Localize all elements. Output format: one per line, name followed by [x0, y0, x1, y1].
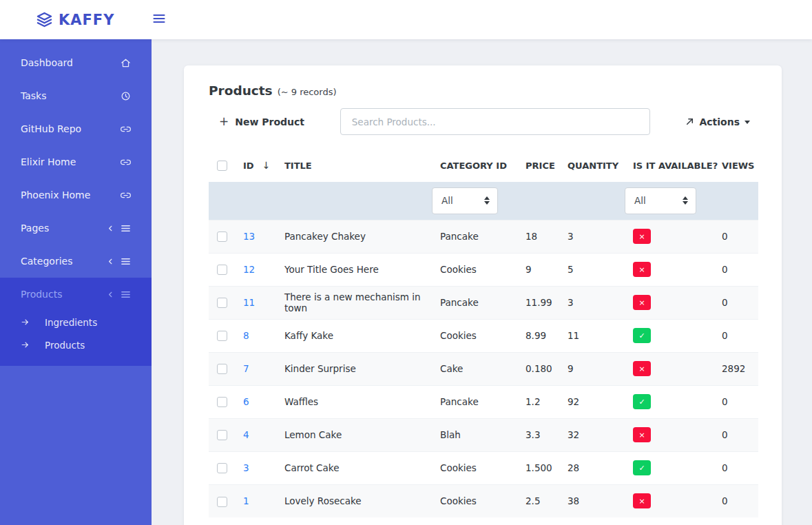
cell-category: Pancake — [440, 231, 479, 242]
select-all-checkbox[interactable] — [217, 161, 227, 171]
sidebar-item-dashboard[interactable]: Dashboard — [0, 46, 152, 79]
column-header-price[interactable]: PRICE — [517, 152, 559, 182]
cell-quantity: 92 — [568, 396, 579, 407]
row-checkbox[interactable] — [217, 364, 227, 374]
cell-price: 8.99 — [525, 330, 546, 341]
sidebar-item-label: Elixir Home — [21, 156, 76, 167]
row-checkbox[interactable] — [217, 430, 227, 440]
new-product-button[interactable]: + New Product — [209, 116, 304, 127]
table-row: 13Pancakey ChakeyPancake183×0 — [209, 220, 758, 253]
column-header-quantity[interactable]: QUANTITY — [559, 152, 625, 182]
sidebar-item-icons — [121, 157, 131, 167]
available-badge: ✓ — [633, 460, 651, 475]
available-filter-value: All — [634, 195, 646, 206]
row-checkbox[interactable] — [217, 265, 227, 275]
row-checkbox[interactable] — [217, 231, 227, 242]
list-icon — [121, 256, 131, 267]
sidebar-toggle-button[interactable] — [152, 12, 166, 28]
cell-views: 0 — [722, 495, 728, 506]
sidebar-item-phoenix-home[interactable]: Phoenix Home — [0, 178, 152, 212]
table-row: 1Lovely RosecakeCookies2.538×0 — [209, 484, 758, 517]
layers-icon — [37, 12, 52, 28]
cell-category: Cake — [440, 363, 463, 374]
row-id-link[interactable]: 7 — [243, 363, 249, 374]
row-checkbox[interactable] — [217, 397, 227, 407]
row-checkbox[interactable] — [217, 463, 227, 473]
available-badge: ✓ — [633, 328, 651, 343]
cell-views: 0 — [722, 330, 728, 341]
cell-views: 0 — [722, 429, 728, 440]
cell-price: 18 — [525, 231, 537, 242]
column-header-id[interactable]: ID — [243, 161, 254, 171]
cell-category: Cookies — [440, 264, 477, 275]
row-id-link[interactable]: 4 — [243, 429, 249, 440]
cell-quantity: 9 — [568, 363, 574, 374]
sidebar-item-icons — [107, 223, 131, 234]
row-id-link[interactable]: 3 — [243, 462, 249, 473]
chevron-left-icon — [107, 291, 114, 298]
row-checkbox[interactable] — [217, 298, 227, 308]
sidebar-item-github-repo[interactable]: GitHub Repo — [0, 112, 152, 145]
unavailable-badge: × — [633, 295, 651, 310]
nav-group-phoenix-home: Phoenix Home — [0, 178, 152, 212]
cell-quantity: 38 — [568, 495, 579, 506]
cell-title: Lovely Rosecake — [284, 495, 362, 506]
sidebar-item-label: Dashboard — [21, 57, 73, 68]
row-id-link[interactable]: 1 — [243, 495, 249, 506]
cell-views: 0 — [722, 462, 728, 473]
topbar: KAFFY — [0, 0, 812, 39]
products-table-body: 13Pancakey ChakeyPancake183×012Your Titl… — [209, 220, 758, 517]
actions-dropdown-button[interactable]: Actions — [685, 116, 750, 127]
category-filter-select[interactable]: All — [432, 187, 498, 214]
link-icon — [121, 190, 131, 200]
cell-quantity: 32 — [568, 429, 579, 440]
column-header-available[interactable]: IS IT AVAILABLE? — [625, 152, 714, 182]
row-id-link[interactable]: 11 — [243, 297, 255, 308]
sidebar-item-icons — [107, 256, 131, 267]
available-filter-select[interactable]: All — [625, 187, 696, 214]
row-id-link[interactable]: 8 — [243, 330, 249, 341]
sidebar-item-elixir-home[interactable]: Elixir Home — [0, 145, 152, 178]
caret-down-icon — [745, 121, 750, 124]
row-id-link[interactable]: 13 — [243, 231, 255, 242]
cell-views: 0 — [722, 264, 728, 275]
actions-label: Actions — [699, 116, 740, 127]
cell-title: Kinder Surprise — [284, 363, 356, 374]
sidebar-item-label: Tasks — [21, 90, 47, 101]
sidebar-item-products[interactable]: Products — [0, 278, 152, 311]
cell-title: Lemon Cake — [284, 429, 342, 440]
category-filter-value: All — [441, 195, 453, 206]
products-card: Products (~ 9 records) + New Product Act… — [184, 65, 782, 525]
sidebar-item-label: Categories — [21, 256, 72, 267]
available-badge: ✓ — [633, 394, 651, 409]
sidebar-item-label: Phoenix Home — [21, 189, 90, 200]
sidebar-item-label: GitHub Repo — [21, 123, 81, 134]
column-header-title[interactable]: TITLE — [276, 152, 432, 182]
search-input[interactable] — [340, 108, 650, 135]
row-id-link[interactable]: 12 — [243, 264, 255, 275]
cell-views: 0 — [722, 396, 728, 407]
arrow-up-right-icon — [685, 117, 694, 126]
main-content: Products (~ 9 records) + New Product Act… — [152, 39, 812, 525]
hamburger-icon — [152, 12, 166, 28]
sidebar-subitem-products[interactable]: Products — [0, 333, 152, 356]
sort-desc-icon[interactable]: ↓ — [262, 160, 271, 171]
row-checkbox[interactable] — [217, 497, 227, 507]
row-id-link[interactable]: 6 — [243, 396, 249, 407]
products-table: ID ↓ TITLE CATEGORY ID PRICE QUANTITY IS… — [209, 152, 758, 517]
sidebar-item-icons — [107, 289, 131, 300]
brand-logo[interactable]: KAFFY — [0, 12, 114, 28]
sidebar-item-categories[interactable]: Categories — [0, 245, 152, 278]
cell-title: Waffles — [284, 396, 318, 407]
column-header-views[interactable]: VIEWS — [714, 152, 758, 182]
cell-price: 1.500 — [525, 462, 552, 473]
cell-price: 3.3 — [525, 429, 540, 440]
new-product-label: New Product — [235, 116, 304, 127]
cell-title: Your Title Goes Here — [284, 264, 379, 275]
sidebar-item-tasks[interactable]: Tasks — [0, 79, 152, 112]
column-header-category[interactable]: CATEGORY ID — [432, 152, 517, 182]
sidebar-subitem-ingredients[interactable]: Ingredients — [0, 311, 152, 333]
sidebar: DashboardTasksGitHub RepoElixir HomePhoe… — [0, 39, 152, 525]
row-checkbox[interactable] — [217, 331, 227, 341]
sidebar-item-pages[interactable]: Pages — [0, 212, 152, 245]
